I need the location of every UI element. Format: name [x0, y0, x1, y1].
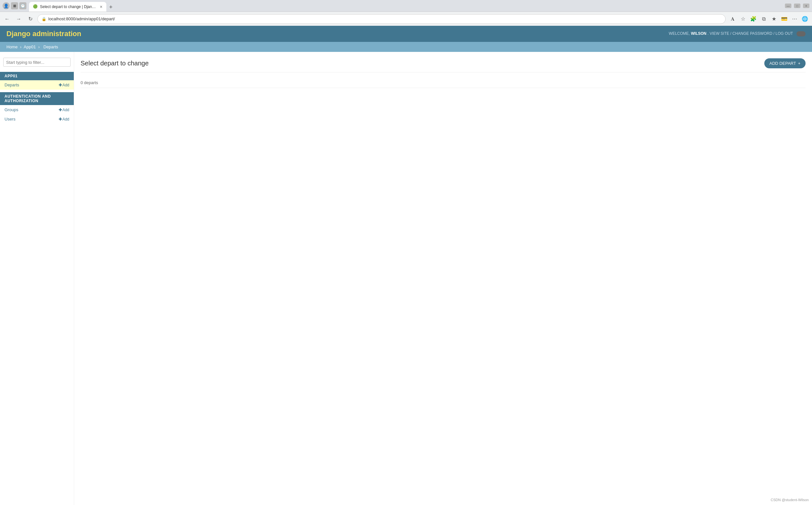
main-content: Select depart to change ADD DEPART + 0 d… — [74, 52, 812, 505]
breadcrumb: Home › App01 › Departs — [0, 42, 812, 52]
departs-add-link[interactable]: ✚ Add — [59, 83, 69, 87]
page-title: Select depart to change — [80, 60, 149, 67]
content-header: Select depart to change ADD DEPART + — [80, 58, 806, 72]
sidebar-app-app01: APP01 Departs ✚ Add — [0, 72, 74, 90]
browser-chrome: 👤 ⊞ 🕐 🟢 Select depart to change | Django… — [0, 0, 812, 26]
edge-icon[interactable]: 🌐 — [800, 14, 809, 23]
breadcrumb-sep2: › — [38, 44, 40, 49]
breadcrumb-home[interactable]: Home — [6, 44, 18, 49]
new-tab-button[interactable]: + — [106, 3, 115, 12]
sep2: / — [773, 31, 774, 36]
tab-title: Select depart to change | Django... — [40, 5, 98, 9]
tab-group-icon[interactable]: ⊞ — [11, 2, 18, 9]
watermark: CSDN @student-Wilson — [771, 498, 809, 502]
sidebar-app-header-app01: APP01 — [0, 72, 74, 80]
django-admin: Django administration WELCOME, WILSON . … — [0, 26, 812, 505]
back-button[interactable]: ← — [3, 14, 12, 23]
maximize-button[interactable]: □ — [794, 4, 800, 8]
add-label: Add — [62, 83, 69, 87]
history-icon[interactable]: 🕐 — [19, 2, 26, 9]
browser-wallet-icon[interactable]: 💳 — [780, 14, 789, 23]
welcome-text: WELCOME, — [669, 31, 690, 36]
add-depart-icon: + — [798, 61, 800, 66]
add-depart-label: ADD DEPART — [770, 61, 796, 66]
sidebar-item-departs[interactable]: Departs ✚ Add — [0, 80, 74, 90]
departs-link[interactable]: Departs — [5, 82, 19, 87]
breadcrumb-app[interactable]: App01 — [24, 44, 36, 49]
dark-mode-toggle[interactable] — [797, 31, 806, 36]
sidebar-app-header-auth: AUTHENTICATION AND AUTHORIZATION — [0, 92, 74, 105]
forward-button[interactable]: → — [14, 14, 23, 23]
lock-icon: 🔒 — [41, 17, 46, 21]
close-window-button[interactable]: × — [803, 4, 809, 8]
sep1: / — [730, 31, 731, 36]
more-menu-button[interactable]: ⋯ — [790, 14, 799, 23]
admin-title: Django administration — [6, 30, 81, 38]
tab-favicon: 🟢 — [33, 4, 38, 9]
sidebar-item-groups[interactable]: Groups ✚ Add — [0, 105, 74, 115]
sidebar: APP01 Departs ✚ Add AUTHENTICATION AND A… — [0, 52, 74, 505]
admin-body: APP01 Departs ✚ Add AUTHENTICATION AND A… — [0, 52, 812, 505]
split-screen-icon[interactable]: ⧉ — [759, 14, 768, 23]
sidebar-filter-input[interactable] — [3, 58, 70, 67]
address-bar[interactable]: 🔒 localhost:8000/admin/app01/depart/ — [37, 14, 726, 24]
admin-user-info: WELCOME, WILSON . VIEW SITE / CHANGE PAS… — [669, 31, 806, 36]
users-add-label: Add — [62, 117, 69, 122]
favorites-icon[interactable]: ☆ — [739, 14, 748, 23]
collections-icon[interactable]: ★ — [770, 14, 779, 23]
users-plus-icon: ✚ — [59, 117, 62, 122]
admin-header: Django administration WELCOME, WILSON . … — [0, 26, 812, 42]
read-aloud-icon[interactable]: 𝐀 — [728, 14, 737, 23]
profile-icon[interactable]: 👤 — [3, 2, 10, 9]
refresh-button[interactable]: ↻ — [26, 14, 35, 23]
breadcrumb-current: Departs — [43, 44, 58, 49]
browser-titlebar: 👤 ⊞ 🕐 🟢 Select depart to change | Django… — [0, 0, 812, 12]
address-text: localhost:8000/admin/app01/depart/ — [48, 16, 115, 21]
active-tab[interactable]: 🟢 Select depart to change | Django... × — [29, 2, 106, 12]
separator: . — [707, 31, 708, 36]
sidebar-app-auth: AUTHENTICATION AND AUTHORIZATION Groups … — [0, 92, 74, 124]
groups-add-label: Add — [62, 108, 69, 112]
result-count: 0 departs — [80, 78, 806, 88]
browser-toolbar: ← → ↻ 🔒 localhost:8000/admin/app01/depar… — [0, 12, 812, 26]
plus-icon: ✚ — [59, 83, 62, 87]
groups-add-link[interactable]: ✚ Add — [59, 108, 69, 112]
tab-close-button[interactable]: × — [100, 4, 103, 9]
change-password-link[interactable]: CHANGE PASSWORD — [733, 31, 772, 36]
browser-toolbar-right: 𝐀 ☆ 🧩 ⧉ ★ 💳 ⋯ 🌐 — [728, 14, 809, 23]
groups-link[interactable]: Groups — [5, 107, 18, 112]
extensions-icon[interactable]: 🧩 — [749, 14, 758, 23]
users-link[interactable]: Users — [5, 117, 15, 122]
username: WILSON — [691, 31, 706, 36]
users-add-link[interactable]: ✚ Add — [59, 117, 69, 122]
view-site-link[interactable]: VIEW SITE — [709, 31, 729, 36]
browser-tabs: 🟢 Select depart to change | Django... × … — [29, 0, 115, 12]
add-depart-button[interactable]: ADD DEPART + — [764, 58, 806, 68]
breadcrumb-sep1: › — [20, 44, 21, 49]
groups-plus-icon: ✚ — [59, 108, 62, 112]
minimize-button[interactable]: — — [785, 4, 791, 8]
logout-link[interactable]: LOG OUT — [776, 31, 793, 36]
sidebar-item-users[interactable]: Users ✚ Add — [0, 115, 74, 124]
